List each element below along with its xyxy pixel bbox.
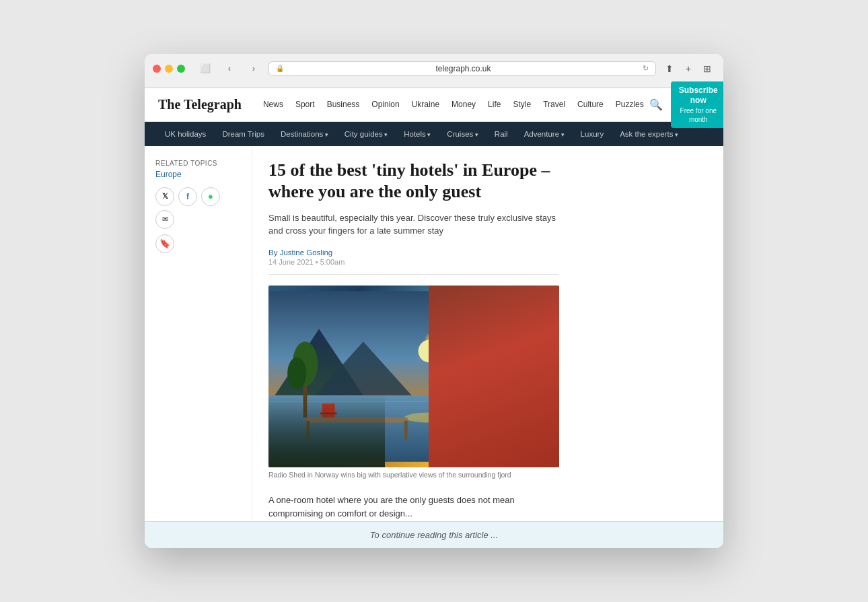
browser-chrome: ⬜ ‹ › 🔒 telegraph.co.uk ↻ ⬆ + ⊞ bbox=[145, 54, 723, 88]
whatsapp-share-button[interactable]: ● bbox=[201, 187, 220, 206]
article-container: Related Topics Europe 𝕏 f ● ✉ 🔖 15 of th… bbox=[145, 146, 723, 521]
url-text: telegraph.co.uk bbox=[288, 64, 639, 73]
subscribe-main-label: Subscribe now bbox=[679, 86, 718, 106]
image-caption: Radio Shed in Norway wins big with super… bbox=[268, 470, 559, 480]
email-share-button[interactable]: ✉ bbox=[155, 210, 174, 229]
article-meta: By Justine Gosling 14 June 2021 • 5:00am bbox=[268, 248, 559, 275]
new-tab-button[interactable]: + bbox=[680, 61, 696, 77]
main-nav: News Sport Business Opinion Ukraine Mone… bbox=[258, 97, 649, 112]
nav-item-puzzles[interactable]: Puzzles bbox=[610, 97, 649, 112]
svg-point-2 bbox=[419, 339, 441, 362]
nav-item-ukraine[interactable]: Ukraine bbox=[406, 97, 445, 112]
sec-nav-city-guides[interactable]: City guides bbox=[338, 127, 394, 141]
svg-rect-17 bbox=[468, 395, 479, 417]
nav-item-business[interactable]: Business bbox=[322, 97, 365, 112]
site-content: The Telegraph News Sport Business Opinio… bbox=[145, 88, 723, 548]
svg-rect-14 bbox=[320, 412, 336, 414]
site-logo[interactable]: The Telegraph bbox=[158, 97, 242, 112]
svg-rect-6 bbox=[268, 395, 559, 462]
bookmark-button[interactable]: 🔖 bbox=[155, 234, 174, 253]
article-sidebar: Related Topics Europe 𝕏 f ● ✉ 🔖 bbox=[145, 146, 252, 521]
nav-item-opinion[interactable]: Opinion bbox=[366, 97, 404, 112]
lock-icon: 🔒 bbox=[276, 65, 284, 72]
nav-item-news[interactable]: News bbox=[258, 97, 289, 112]
reload-icon: ↻ bbox=[643, 64, 649, 73]
article-image bbox=[268, 286, 559, 467]
nav-item-life[interactable]: Life bbox=[482, 97, 506, 112]
article-image-container: Radio Shed in Norway wins big with super… bbox=[268, 286, 559, 480]
sec-nav-ask-experts[interactable]: Ask the experts bbox=[613, 127, 685, 141]
svg-rect-12 bbox=[404, 421, 408, 440]
article-body-preview: A one-room hotel where you are the only … bbox=[268, 488, 559, 522]
paywall-bar: To continue reading this article ... bbox=[145, 521, 723, 548]
nav-item-travel[interactable]: Travel bbox=[538, 97, 571, 112]
sec-nav-cruises[interactable]: Cruises bbox=[440, 127, 485, 141]
sec-nav-destinations[interactable]: Destinations bbox=[274, 127, 335, 141]
article-author[interactable]: Justine Gosling bbox=[280, 248, 333, 257]
svg-rect-11 bbox=[306, 421, 310, 440]
article-image-svg bbox=[268, 286, 559, 467]
address-bar[interactable]: 🔒 telegraph.co.uk ↻ bbox=[268, 61, 656, 76]
minimize-button[interactable] bbox=[165, 65, 173, 73]
svg-rect-10 bbox=[306, 417, 407, 423]
article-main: 15 of the best 'tiny hotels' in Europe –… bbox=[252, 146, 575, 521]
nav-item-money[interactable]: Money bbox=[446, 97, 481, 112]
article-subtitle: Small is beautiful, especially this year… bbox=[268, 211, 559, 238]
svg-point-20 bbox=[287, 358, 306, 389]
sec-nav-hotels[interactable]: Hotels bbox=[397, 127, 437, 141]
twitter-share-button[interactable]: 𝕏 bbox=[155, 187, 174, 206]
svg-rect-13 bbox=[322, 403, 335, 417]
svg-point-9 bbox=[404, 412, 455, 422]
top-nav: The Telegraph News Sport Business Opinio… bbox=[145, 88, 723, 122]
tab-overview-button[interactable]: ⊞ bbox=[699, 61, 715, 77]
related-topic-europe[interactable]: Europe bbox=[155, 170, 241, 179]
nav-item-sport[interactable]: Sport bbox=[290, 97, 320, 112]
article-date: 14 June 2021 • 5:00am bbox=[268, 258, 559, 266]
related-topics-label: Related Topics bbox=[155, 160, 241, 167]
browser-window: ⬜ ‹ › 🔒 telegraph.co.uk ↻ ⬆ + ⊞ The Tele… bbox=[145, 54, 723, 548]
share-button[interactable]: ⬆ bbox=[661, 61, 678, 77]
facebook-share-button[interactable]: f bbox=[178, 187, 197, 206]
sec-nav-rail[interactable]: Rail bbox=[488, 127, 515, 141]
nav-right: 🔍 Subscribe now Free for one month Log i… bbox=[649, 81, 723, 128]
maximize-button[interactable] bbox=[177, 65, 185, 73]
sec-nav-adventure[interactable]: Adventure bbox=[517, 127, 571, 141]
social-icons: 𝕏 f ● ✉ bbox=[155, 187, 241, 229]
svg-point-1 bbox=[392, 313, 468, 389]
secondary-nav: UK holidays Dream Trips Destinations Cit… bbox=[145, 122, 723, 146]
article-title: 15 of the best 'tiny hotels' in Europe –… bbox=[268, 160, 559, 203]
forward-button[interactable]: › bbox=[244, 62, 263, 75]
sidebar-toggle-button[interactable]: ⬜ bbox=[196, 62, 215, 75]
sec-nav-dream-trips[interactable]: Dream Trips bbox=[215, 127, 271, 141]
sec-nav-luxury[interactable]: Luxury bbox=[574, 127, 611, 141]
traffic-lights bbox=[153, 65, 185, 73]
byline-prefix: By bbox=[268, 248, 277, 257]
paywall-text: To continue reading this article ... bbox=[370, 530, 498, 540]
svg-marker-5 bbox=[445, 323, 559, 405]
nav-item-style[interactable]: Style bbox=[507, 97, 536, 112]
svg-rect-15 bbox=[451, 380, 502, 417]
svg-marker-16 bbox=[445, 354, 509, 380]
close-button[interactable] bbox=[153, 65, 161, 73]
search-button[interactable]: 🔍 bbox=[649, 98, 663, 111]
article-byline: By Justine Gosling bbox=[268, 248, 559, 257]
back-button[interactable]: ‹ bbox=[220, 62, 239, 75]
subscribe-sub-label: Free for one month bbox=[679, 106, 718, 124]
sec-nav-uk-holidays[interactable]: UK holidays bbox=[158, 127, 213, 141]
nav-item-culture[interactable]: Culture bbox=[572, 97, 609, 112]
subscribe-button[interactable]: Subscribe now Free for one month bbox=[671, 81, 723, 128]
